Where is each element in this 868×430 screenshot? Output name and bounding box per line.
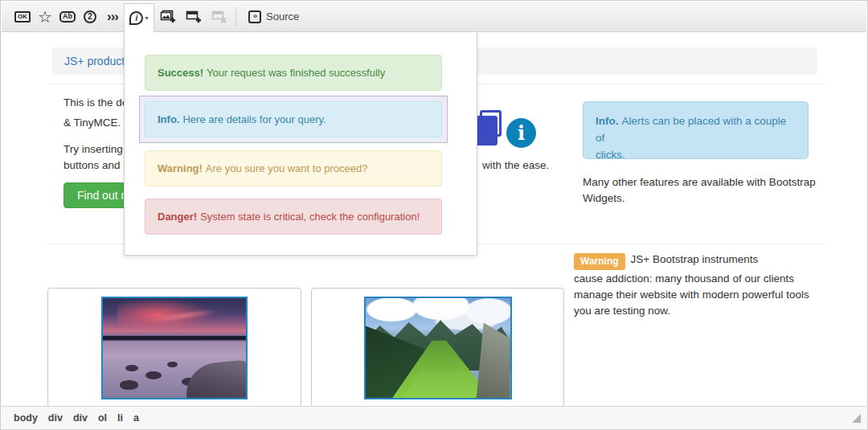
info-alert-line-2: clicks.: [596, 146, 796, 163]
source-label: Source: [266, 10, 299, 23]
alerts-dropdown-button[interactable]: i ▾: [124, 3, 154, 32]
badge-widget-button[interactable]: 2: [79, 6, 101, 28]
source-icon: ‹›: [248, 10, 261, 23]
breadcrumb-link[interactable]: JS+ products: [64, 55, 130, 68]
alert-info-text: Here are details for your query.: [182, 113, 326, 125]
info-alert[interactable]: Info.Alerts can be placed with a couple …: [583, 101, 809, 159]
features-line-2: Widgets.: [583, 192, 625, 204]
caret-down-icon: ▾: [145, 15, 148, 22]
path-item-body[interactable]: body: [14, 412, 38, 424]
element-path-bar: body div div ol li a: [2, 406, 866, 428]
path-item-div-1[interactable]: div: [48, 412, 63, 424]
sunset-image[interactable]: [101, 297, 248, 399]
alert-warning-title: Warning!: [158, 162, 203, 174]
alerts-dropdown-panel: Success!Your request was finished succes…: [124, 31, 477, 256]
features-line-1: Many other features are available with B…: [583, 176, 816, 188]
path-item-div-2[interactable]: div: [73, 412, 88, 424]
try-line-2b: with the ease.: [482, 159, 549, 171]
chevrons-icon: ›››: [107, 10, 118, 23]
warning-line-1: WarningJS+ Bootstrap instruments: [574, 253, 758, 270]
warning-line-4: you are testing now.: [574, 305, 670, 317]
warning-line-3: manage their website with modern powerfu…: [574, 289, 809, 301]
alert-warning-text: Are you sure you want to proceed?: [206, 162, 368, 174]
mountains-image[interactable]: [364, 297, 512, 399]
path-item-ol[interactable]: ol: [98, 412, 107, 424]
info-alert-title: Info.: [596, 115, 619, 127]
panel-remove-icon: [211, 10, 227, 24]
thumbnail-box-sunset: [47, 288, 301, 407]
resize-handle-icon[interactable]: [852, 414, 861, 423]
info-bubble-icon: i: [129, 11, 143, 25]
path-item-a[interactable]: a: [133, 412, 139, 424]
source-button[interactable]: ‹› Source: [242, 6, 305, 28]
info-alert-line-1: Alerts can be placed with a couple of: [596, 115, 786, 144]
toolbar-separator: [235, 7, 236, 27]
intro-line-2: & TinyMCE.: [63, 117, 121, 129]
info-circle-icon[interactable]: i: [506, 118, 536, 148]
image-add-icon: [160, 10, 175, 24]
ok-icon: OK: [14, 11, 31, 23]
ok-widget-button[interactable]: OK: [11, 6, 34, 28]
editor-window: OK ☆ Ab 2 ››› i ▾: [0, 0, 868, 430]
selected-widget-outline: Info.Here are details for your query.: [139, 96, 448, 143]
remove-panel-button: [206, 6, 231, 28]
alert-success-option[interactable]: Success!Your request was finished succes…: [145, 55, 442, 91]
sunset-image-art: [103, 298, 246, 398]
add-image-button[interactable]: [154, 6, 180, 28]
mountains-image-art: [366, 298, 510, 398]
path-item-li[interactable]: li: [117, 412, 123, 424]
alert-danger-text: System state is critical, check the conf…: [200, 211, 420, 223]
info-circle-glyph: i: [518, 121, 525, 145]
warning-line-2: cause addiction: many thousand of our cl…: [574, 272, 794, 285]
alert-warning-option[interactable]: Warning!Are you sure you want to proceed…: [145, 150, 442, 186]
warning-line-1-text: JS+ Bootstrap instruments: [631, 253, 759, 265]
star-icon: ☆: [38, 9, 52, 25]
toolbar: OK ☆ Ab 2 ››› i ▾: [2, 2, 866, 32]
alert-success-text: Your request was finished successfully: [207, 67, 385, 79]
alert-info-option[interactable]: Info.Here are details for your query.: [145, 101, 442, 137]
warning-badge[interactable]: Warning: [574, 253, 625, 270]
alert-danger-option[interactable]: Danger!System state is critical, check t…: [145, 199, 442, 235]
badge-2-icon: 2: [84, 10, 96, 23]
add-panel-button[interactable]: [180, 6, 206, 28]
label-widget-button[interactable]: Ab: [56, 6, 79, 28]
alert-danger-title: Danger!: [158, 211, 197, 223]
thumbnail-box-mountains: [311, 288, 564, 407]
breadcrumbs-widget-button[interactable]: ›››: [101, 6, 124, 28]
label-ab-icon: Ab: [59, 11, 76, 23]
alert-success-title: Success!: [158, 67, 203, 79]
alert-info-title: Info.: [158, 113, 179, 125]
panel-add-icon: [186, 10, 201, 24]
star-button[interactable]: ☆: [34, 6, 56, 28]
